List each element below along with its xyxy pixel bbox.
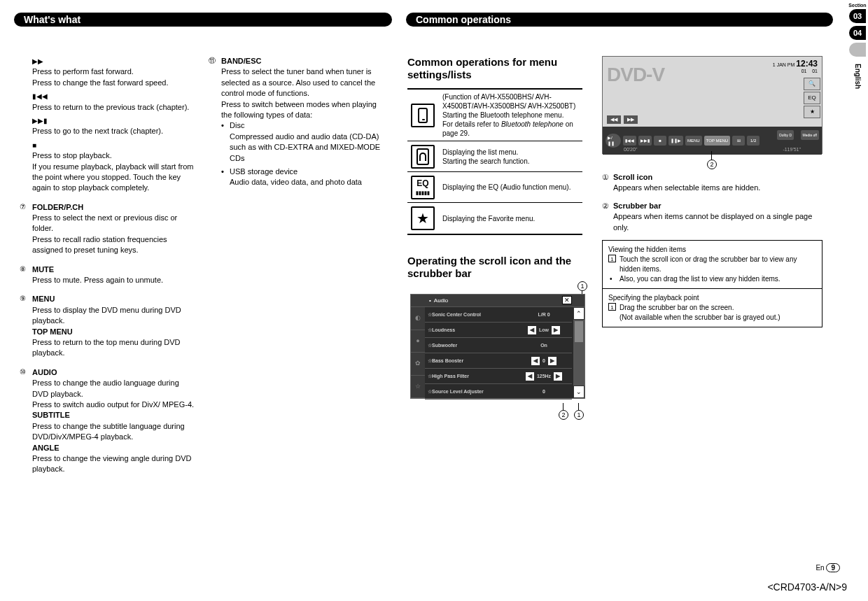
title-audio: AUDIO xyxy=(32,368,57,376)
prev-icon[interactable]: ▮◀◀ xyxy=(623,136,636,146)
dvd-t1: 01 xyxy=(802,69,807,73)
num-8: ⑧ xyxy=(20,264,26,274)
language-label: English xyxy=(854,64,862,89)
num-11: ⑪ xyxy=(209,56,216,66)
audio-row[interactable]: ☆ SubwooferOn xyxy=(425,338,572,353)
step-1b-icon: 1 xyxy=(608,303,616,311)
item-9: ⑨ MENU Press to display the DVD menu dur… xyxy=(21,294,196,358)
dvd-ampm: PM xyxy=(788,62,795,67)
eq-side-icon[interactable]: EQ xyxy=(804,92,820,104)
n11-b2d: Audio data, video data, and photo data xyxy=(221,177,385,188)
side-tab-4[interactable]: ☆ xyxy=(411,376,425,399)
scroll-thumb[interactable] xyxy=(575,321,583,342)
menu-desc-3: Displaying the EQ (Audio function menu). xyxy=(438,183,582,192)
h-scroll: Operating the scroll icon and the scrubb… xyxy=(407,255,582,280)
next-desc: Press to go to the next track (chapter). xyxy=(32,126,196,136)
slow-icon[interactable]: ❚❚▶ xyxy=(668,136,683,146)
title-topmenu: TOP MENU xyxy=(32,327,73,336)
row-value: L/R 0 xyxy=(516,311,572,318)
n10-l1: Press to change the audio language durin… xyxy=(32,378,196,400)
eq-icon-box[interactable]: EQ▮▮▮▮▮ xyxy=(411,176,435,199)
title-scroll: Scroll icon xyxy=(613,173,652,181)
stop-icon: ■ xyxy=(32,141,36,149)
arrow-left-icon[interactable]: ◀ xyxy=(526,372,534,381)
dvd-title: DVD-V xyxy=(607,61,664,88)
side-tab-2[interactable]: ● xyxy=(411,330,425,353)
bookmark-icon xyxy=(416,148,429,165)
bookmark-icon-box[interactable] xyxy=(411,145,435,169)
next-icon[interactable]: ▶▶▮ xyxy=(638,136,652,146)
n8-l1: Press to mute. Press again to unmute. xyxy=(32,275,196,285)
scroll-down-icon[interactable]: ⌄ xyxy=(573,386,584,398)
column-1: ▶▶ Press to perform fast forward. Press … xyxy=(21,56,196,483)
close-icon[interactable]: ✕ xyxy=(562,296,572,304)
phone-icon xyxy=(418,108,428,123)
box2-title: Specifying the playback point xyxy=(608,293,816,303)
side-tab-3[interactable]: ✿ xyxy=(411,353,425,376)
menu-btn[interactable]: MENU xyxy=(685,136,702,146)
chapter-ind: 1/2 xyxy=(747,136,760,146)
dvd-figure: DVD-V 1 JAN PM 12:43 01 01 🔍 EQ ★ ◀◀ ▶▶ … xyxy=(602,56,822,154)
row-value: 0 xyxy=(516,388,572,395)
star-icon: ★ xyxy=(416,208,429,228)
title-subtitle: SUBTITLE xyxy=(32,411,70,419)
num-7: ⑦ xyxy=(20,202,26,212)
header-common-ops: Common operations xyxy=(406,13,833,27)
callout-1a: 1 xyxy=(578,281,587,291)
arrow-left-icon[interactable]: ◀ xyxy=(531,357,540,365)
arrow-left-icon[interactable]: ◀ xyxy=(528,326,536,334)
row-label: Source Level Adjuster xyxy=(432,388,516,395)
n11-b1-label: Disc xyxy=(230,121,244,129)
dvd-bottom-bar: ▶/❚❚ ▮◀◀ ▶▶▮ ■ ❚❚▶ MENU TOP MENU ⊞ 1/2 M… xyxy=(603,127,822,155)
dolby-ind: Dolby D xyxy=(777,130,794,140)
topmenu-btn[interactable]: TOP MENU xyxy=(704,136,730,146)
audio-header: •Audio ✕ xyxy=(411,295,584,307)
eq-icon: EQ▮▮▮▮▮ xyxy=(416,179,430,196)
scroll-up-icon[interactable]: ⌃ xyxy=(573,307,584,320)
ff-desc2: Press to change the fast forward speed. xyxy=(32,78,196,88)
section-tabs: Section 03 04 English xyxy=(847,0,868,89)
audio-row[interactable]: ☆ Sonic Center ControlL/R 0 xyxy=(425,307,572,323)
ff-desc1: Press to perform fast forward. xyxy=(32,66,196,77)
audio-row[interactable]: ☆ Loudness◀ Low ▶ xyxy=(425,323,572,338)
scroll-track[interactable] xyxy=(573,320,584,386)
box-playback: Specifying the playback point 1Drag the … xyxy=(602,289,822,327)
num-s1: ① xyxy=(602,172,609,183)
callout-2b: 2 xyxy=(707,160,717,169)
n11-l1: Press to select the tuner band when tune… xyxy=(221,66,385,99)
n7-l1: Press to select the next or previous dis… xyxy=(32,213,196,234)
side-tab-1[interactable]: ◐ xyxy=(411,307,425,330)
fast-forward-icon: ▶▶ xyxy=(32,57,43,65)
elapsed-time: 00'20" xyxy=(624,146,637,153)
keypad-icon[interactable]: ⊞ xyxy=(732,136,745,146)
menu-desc-1: (Function of AVH-X5500BHS/ AVH-X4500BT/A… xyxy=(438,92,582,138)
phone-icon-box[interactable] xyxy=(411,104,435,127)
star-icon-box[interactable]: ★ xyxy=(411,206,435,230)
audio-scrollbar: ⌃ ⌄ xyxy=(573,307,584,398)
arrow-right-icon[interactable]: ▶ xyxy=(552,326,560,334)
stop-desc1: Press to stop playback. xyxy=(32,150,196,161)
arrow-right-icon[interactable]: ▶ xyxy=(554,372,562,381)
item-11: ⑪ BAND/ESC Press to select the tuner ban… xyxy=(210,56,385,188)
column-3: Common operations for menu settings/list… xyxy=(407,56,582,399)
star-side-icon[interactable]: ★ xyxy=(804,106,820,118)
rewind-icon[interactable]: ◀◀ xyxy=(607,115,621,124)
stop-btn-icon[interactable]: ■ xyxy=(654,136,666,146)
play-pause-icon[interactable]: ▶/❚❚ xyxy=(606,134,621,148)
menu-row-list: Displaying the list menu.Starting the se… xyxy=(407,141,582,172)
tab-03: 03 xyxy=(849,9,866,23)
step-1-icon: 1 xyxy=(608,255,616,262)
n11-b2: •USB storage device Audio data, video da… xyxy=(221,167,385,188)
search-icon[interactable]: 🔍 xyxy=(804,78,820,90)
n9-l1: Press to display the DVD menu during DVD… xyxy=(32,305,196,327)
audio-row[interactable]: ☆ Bass Booster◀ 0 ▶ xyxy=(425,353,572,369)
audio-rows: ☆ Sonic Center ControlL/R 0☆ Loudness◀ L… xyxy=(425,307,572,398)
header-whats-what: What's what xyxy=(14,13,392,27)
arrow-right-icon[interactable]: ▶ xyxy=(548,357,556,365)
n7-l2: Press to recall radio station frequencie… xyxy=(32,234,196,256)
fastfwd-icon[interactable]: ▶▶ xyxy=(624,115,638,124)
num-9: ⑨ xyxy=(20,294,26,304)
audio-row[interactable]: ☆ High Pass Filter◀ 125Hz ▶ xyxy=(425,369,572,384)
audio-row[interactable]: ☆ Source Level Adjuster0 xyxy=(425,384,572,400)
menu-desc-2: Displaying the list menu.Starting the se… xyxy=(438,148,582,166)
